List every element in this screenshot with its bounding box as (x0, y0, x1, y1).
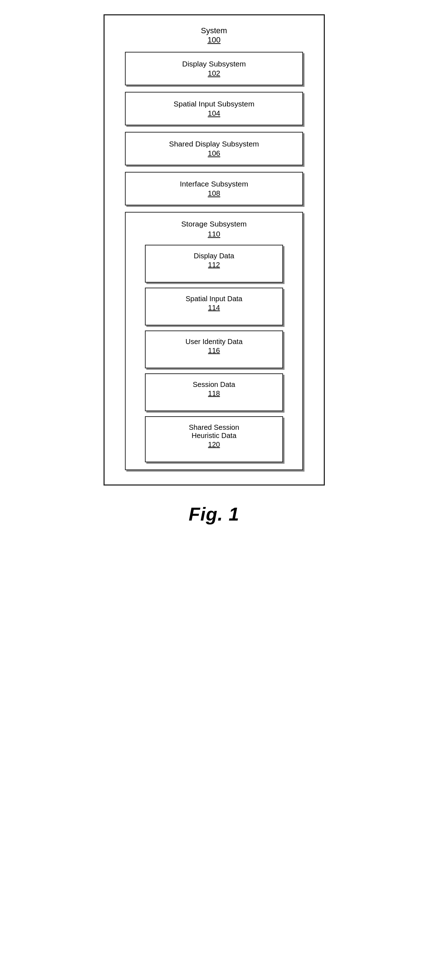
display-subsystem-label: Display Subsystem (182, 60, 246, 68)
spatial-input-data-box: Spatial Input Data 114 (145, 288, 283, 326)
shared-display-subsystem-label: Shared Display Subsystem (169, 140, 259, 148)
display-data-label: Display Data (194, 252, 234, 260)
system-label: System 100 (201, 26, 227, 45)
shared-session-heuristic-data-label: Shared SessionHeuristic Data (189, 423, 239, 439)
figure-label: Fig. 1 (189, 503, 239, 525)
spatial-input-subsystem-box: Spatial Input Subsystem 104 (125, 92, 303, 126)
user-identity-data-label: User Identity Data (185, 337, 243, 345)
display-data-ref: 112 (149, 261, 279, 269)
system-outer-box: System 100 Display Subsystem 102 Spatial… (103, 14, 325, 485)
user-identity-data-box: User Identity Data 116 (145, 331, 283, 368)
storage-subsystem-label: Storage Subsystem (181, 220, 247, 228)
display-subsystem-ref: 102 (129, 69, 299, 78)
diagram-container: System 100 Display Subsystem 102 Spatial… (103, 14, 325, 525)
shared-session-heuristic-data-box: Shared SessionHeuristic Data 120 (145, 416, 283, 462)
display-data-box: Display Data 112 (145, 245, 283, 283)
interface-subsystem-label: Interface Subsystem (180, 180, 248, 188)
spatial-input-data-ref: 114 (149, 304, 279, 312)
spatial-input-subsystem-label: Spatial Input Subsystem (173, 100, 254, 108)
interface-subsystem-ref: 108 (129, 189, 299, 197)
spatial-input-subsystem-ref: 104 (129, 109, 299, 118)
user-identity-data-ref: 116 (149, 347, 279, 355)
storage-subsystem-box: Storage Subsystem 110 Display Data 112 S… (125, 212, 303, 470)
display-subsystem-box: Display Subsystem 102 (125, 52, 303, 85)
session-data-ref: 118 (149, 390, 279, 398)
session-data-box: Session Data 118 (145, 373, 283, 411)
storage-subsystem-ref: 110 (208, 230, 220, 238)
spatial-input-data-label: Spatial Input Data (185, 295, 243, 302)
shared-display-subsystem-ref: 106 (129, 149, 299, 158)
session-data-label: Session Data (193, 380, 235, 388)
interface-subsystem-box: Interface Subsystem 108 (125, 172, 303, 205)
shared-session-heuristic-data-ref: 120 (149, 441, 279, 449)
shared-display-subsystem-box: Shared Display Subsystem 106 (125, 132, 303, 165)
